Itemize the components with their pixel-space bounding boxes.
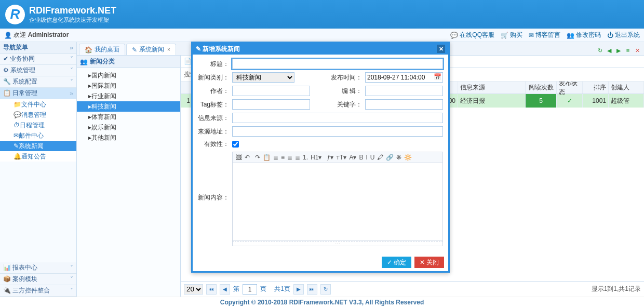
link-logout[interactable]: ⏻退出系统	[607, 31, 640, 39]
nav-group-example[interactable]: 📦 案例模块	[0, 274, 76, 285]
tab-closeall-icon[interactable]: ✕	[634, 47, 641, 54]
top-bar: 👤 欢迎 Administrator 💬在线QQ客服 🛒购买 ✉博客留言 👥修改…	[0, 29, 644, 42]
tab-close-icon[interactable]: ×	[167, 47, 170, 52]
page-prev-button[interactable]: ◀	[220, 284, 230, 295]
page-next-button[interactable]: ▶	[293, 284, 304, 295]
nav-group-biz[interactable]: ✔ 业务协同	[0, 54, 76, 65]
tab-sysnews[interactable]: ✎ 系统新闻×	[126, 44, 176, 55]
editor-tool-icon[interactable]: I	[366, 154, 367, 161]
editor-resize-handle[interactable]: ⋯	[232, 241, 443, 246]
keyword-input[interactable]	[365, 99, 443, 110]
editor-tool-icon[interactable]: B	[359, 154, 363, 161]
current-user: Administrator	[28, 31, 69, 38]
editor-tool-icon[interactable]: ƒ▾	[327, 154, 333, 161]
tab-next-icon[interactable]: ▶	[615, 47, 622, 54]
editor-body[interactable]	[232, 163, 443, 241]
footer: Copyright © 2010-2018 RDIFramework.NET V…	[0, 297, 644, 307]
page-size-select[interactable]: 20	[184, 284, 203, 295]
brand-title: RDIFramework.NET	[29, 5, 116, 16]
editor-input[interactable]	[365, 86, 443, 96]
editor-tool-icon[interactable]: ↶	[245, 154, 250, 161]
nav-item-msg[interactable]: 💬 消息管理	[0, 110, 76, 120]
editor-tool-icon[interactable]: ↷	[255, 154, 260, 161]
cancel-button[interactable]: ✕ 关闭	[414, 257, 444, 268]
sidebar: 导航菜单 ✔ 业务协同 ⚙ 系统管理 🔧 系统配置 📋 日常管理 📁 文件中心 …	[0, 42, 77, 297]
add-news-dialog: ✎ 新增系统新闻 ✕ 标题： 新闻类别： 科技新闻 发布时间： 📅 作者： 编 …	[191, 42, 450, 273]
user2-icon: 👥	[567, 32, 574, 39]
brand-subtitle: 企业级信息化系统快速开发框架	[29, 16, 116, 24]
app-header: R RDIFramework.NET 企业级信息化系统快速开发框架	[0, 0, 644, 29]
nav-group-thirdparty[interactable]: 🔌 三方控件整合	[0, 285, 76, 297]
title-input[interactable]	[232, 59, 443, 69]
nav-title: 导航菜单	[0, 42, 76, 54]
editor-tool-icon[interactable]: ≣	[287, 154, 292, 161]
collapse-icon[interactable]	[70, 44, 73, 51]
ok-button[interactable]: ✓ 确定	[382, 257, 411, 268]
category-header: 👥新闻分类	[77, 56, 180, 68]
editor-tool-icon[interactable]: A▾	[349, 154, 356, 161]
pubtime-input[interactable]	[365, 72, 443, 83]
user-icon: 👤	[4, 32, 12, 39]
cat-item-ind[interactable]: ▸ 行业新闻	[77, 91, 180, 101]
editor-tool-icon[interactable]: ≡	[281, 154, 285, 161]
cat-item-tech[interactable]: ▸ 科技新闻	[77, 101, 180, 112]
page-input[interactable]	[243, 284, 257, 295]
editor-tool-icon[interactable]: 🔆	[404, 154, 412, 161]
editor-tool-icon[interactable]: 1.	[303, 154, 308, 161]
editor-tool-icon[interactable]: 🖼	[236, 154, 242, 161]
nav-item-sched[interactable]: ⏱ 日程管理	[0, 120, 76, 130]
editor-tool-icon[interactable]: 🖍	[377, 154, 383, 161]
category-select[interactable]: 科技新闻	[232, 72, 294, 83]
tab-prev-icon[interactable]: ◀	[606, 47, 613, 54]
editor-tool-icon[interactable]: 📋	[263, 154, 271, 161]
link-blog[interactable]: ✉博客留言	[529, 31, 560, 39]
dialog-close-button[interactable]: ✕	[437, 45, 445, 53]
link-password[interactable]: 👥修改密码	[567, 31, 601, 39]
page-summary: 显示1到1,共1记录	[592, 285, 641, 293]
editor-tool-icon[interactable]: ≣	[273, 154, 278, 161]
editor-tool-icon[interactable]: ᴛT▾	[336, 154, 346, 161]
nav-item-file[interactable]: 📁 文件中心	[0, 99, 76, 110]
tab-menu-icon[interactable]: ≡	[624, 47, 632, 54]
cat-item-other[interactable]: ▸ 其他新闻	[77, 132, 180, 143]
logo-icon: R	[5, 5, 25, 24]
editor-tool-icon[interactable]: H1▾	[311, 154, 321, 161]
dialog-icon: ✎	[196, 45, 201, 52]
news-category-panel: 👥新闻分类 ▸ 国内新闻 ▸ 国际新闻 ▸ 行业新闻 ▸ 科技新闻 ▸ 体育新闻…	[77, 56, 181, 297]
tab-refresh-icon[interactable]: ↻	[596, 47, 603, 54]
nav-item-mail[interactable]: ✉ 邮件中心	[0, 130, 76, 141]
editor-tool-icon[interactable]: U	[370, 154, 375, 161]
cat-item-intl[interactable]: ▸ 国际新闻	[77, 81, 180, 91]
page-refresh-button[interactable]: ↻	[320, 284, 331, 295]
valid-checkbox[interactable]	[232, 141, 239, 148]
source-input[interactable]	[232, 113, 443, 123]
nav-group-sys[interactable]: ⚙ 系统管理	[0, 65, 76, 76]
dialog-header[interactable]: ✎ 新增系统新闻 ✕	[193, 43, 448, 55]
sourceurl-input[interactable]	[232, 126, 443, 137]
nav-item-sysnews[interactable]: ✎ 系统新闻	[0, 141, 76, 151]
cat-item-sport[interactable]: ▸ 体育新闻	[77, 112, 180, 122]
tag-input[interactable]	[232, 99, 310, 110]
author-input[interactable]	[232, 86, 310, 96]
editor-tool-icon[interactable]: ❋	[396, 154, 401, 161]
tab-desktop[interactable]: 🏠 我的桌面	[79, 44, 125, 55]
logout-icon: ⏻	[607, 32, 613, 39]
link-buy[interactable]: 🛒购买	[501, 31, 522, 39]
cat-item-ent[interactable]: ▸ 娱乐新闻	[77, 122, 180, 132]
editor-tool-icon[interactable]: 🔗	[386, 154, 394, 161]
nav-group-cfg[interactable]: 🔧 系统配置	[0, 76, 76, 88]
nav-group-report[interactable]: 📊 报表中心	[0, 262, 76, 274]
qq-icon: 💬	[450, 32, 458, 39]
nav-group-daily[interactable]: 📋 日常管理	[0, 88, 76, 99]
mail-icon: ✉	[529, 32, 534, 39]
editor-toolbar: 🖼↶↷📋≣≡≣≣1.H1▾ƒ▾ᴛT▾A▾BIU🖍🔗❋🔆	[232, 152, 443, 163]
link-qq[interactable]: 💬在线QQ客服	[450, 31, 494, 39]
page-first-button[interactable]: ⏮	[206, 284, 217, 295]
nav-item-notice[interactable]: 🔔 通知公告	[0, 151, 76, 162]
editor-tool-icon[interactable]: ≣	[295, 154, 300, 161]
cat-item-cn[interactable]: ▸ 国内新闻	[77, 70, 180, 81]
page-last-button[interactable]: ⏭	[307, 284, 317, 295]
cart-icon: 🛒	[501, 32, 508, 39]
pagination: 20 ⏮ ◀ 第 页 共1页 ▶ ⏭ ↻ 显示1到1,共1记录	[181, 281, 644, 297]
